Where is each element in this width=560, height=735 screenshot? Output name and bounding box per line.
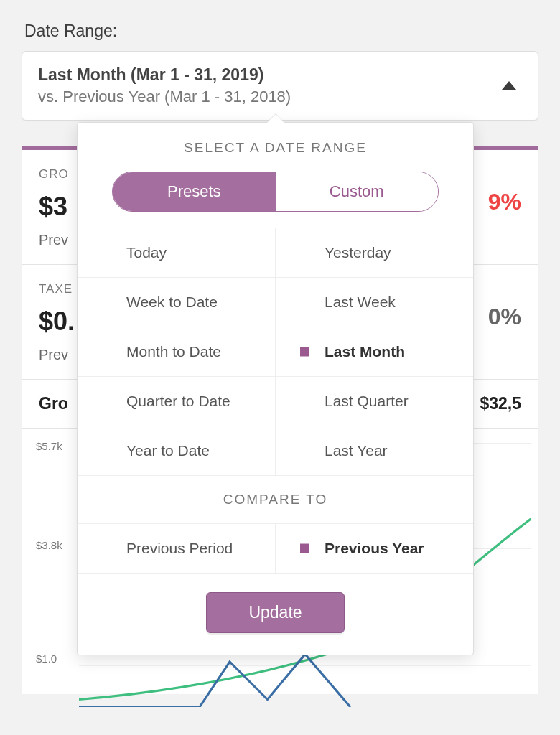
presets-custom-toggle: Presets Custom [112, 172, 439, 212]
preset-quarter-to-date[interactable]: Quarter to Date [78, 377, 276, 426]
preset-last-week[interactable]: Last Week [276, 278, 473, 327]
preset-last-month[interactable]: Last Month [276, 327, 473, 376]
metric-percent: 9% [488, 189, 521, 215]
caret-up-icon [502, 81, 516, 90]
preset-week-to-date[interactable]: Week to Date [78, 278, 276, 327]
update-button[interactable]: Update [206, 592, 344, 633]
chart-y-label: $5.7k [36, 440, 62, 452]
chart-y-label: $1.0 [36, 652, 57, 665]
preset-grid: Today Yesterday Week to Date Last Week M… [78, 228, 473, 476]
date-range-selector[interactable]: Last Month (Mar 1 - 31, 2019) vs. Previo… [22, 51, 538, 121]
preset-year-to-date[interactable]: Year to Date [78, 426, 276, 475]
compare-to-title: COMPARE TO [78, 476, 473, 523]
compare-previous-year-label: Previous Year [325, 540, 424, 556]
preset-yesterday[interactable]: Yesterday [276, 228, 473, 277]
date-range-popover: SELECT A DATE RANGE Presets Custom Today… [77, 122, 474, 655]
tab-presets[interactable]: Presets [113, 172, 276, 211]
metric-percent: 0% [488, 304, 521, 330]
compare-previous-period[interactable]: Previous Period [78, 524, 276, 573]
gross-sales-title: Gro [39, 394, 68, 413]
preset-month-to-date[interactable]: Month to Date [78, 327, 276, 376]
preset-last-year[interactable]: Last Year [276, 426, 473, 475]
preset-last-quarter[interactable]: Last Quarter [276, 377, 473, 426]
popover-title: SELECT A DATE RANGE [95, 140, 456, 156]
selected-indicator-icon [300, 544, 309, 553]
preset-last-month-label: Last Month [325, 343, 405, 360]
date-range-label: Date Range: [24, 22, 538, 41]
selected-indicator-icon [300, 347, 309, 357]
tab-custom[interactable]: Custom [276, 172, 439, 211]
gross-sales-value: $32,5 [480, 394, 521, 413]
date-range-subtitle: vs. Previous Year (Mar 1 - 31, 2018) [38, 86, 291, 108]
compare-previous-year[interactable]: Previous Year [276, 524, 473, 573]
date-range-title: Last Month (Mar 1 - 31, 2019) [38, 63, 291, 86]
chart-y-label: $3.8k [36, 539, 62, 551]
preset-today[interactable]: Today [78, 228, 276, 277]
